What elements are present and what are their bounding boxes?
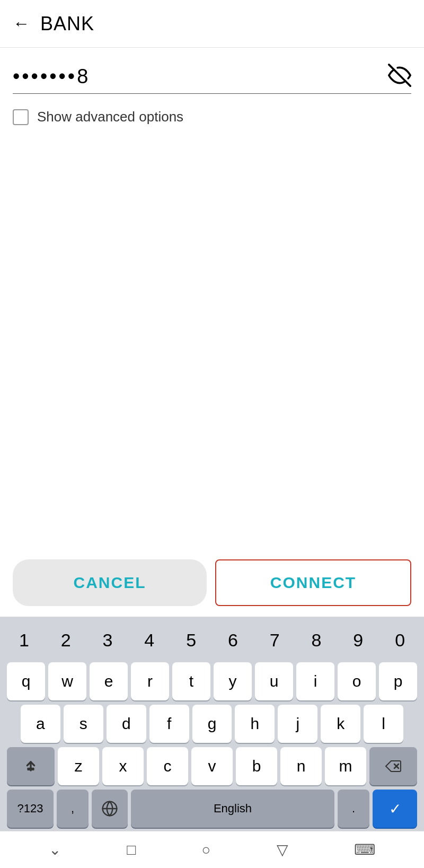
page-title: BANK [40, 13, 94, 35]
advanced-options-label: Show advanced options [37, 109, 183, 125]
key-z[interactable]: z [58, 747, 99, 785]
key-0[interactable]: 0 [379, 622, 421, 658]
key-b[interactable]: b [236, 747, 277, 785]
nav-keyboard-icon[interactable]: ⌨ [354, 841, 375, 858]
key-l[interactable]: l [364, 705, 403, 743]
key-a[interactable]: a [21, 705, 60, 743]
key-1[interactable]: 1 [3, 622, 45, 658]
key-h[interactable]: h [235, 705, 275, 743]
comma-key[interactable]: , [57, 790, 89, 828]
nav-home-icon[interactable]: □ [127, 841, 136, 858]
key-5[interactable]: 5 [170, 622, 212, 658]
key-2[interactable]: 2 [45, 622, 87, 658]
key-y[interactable]: y [214, 662, 252, 700]
key-n[interactable]: n [280, 747, 322, 785]
key-e[interactable]: e [90, 662, 128, 700]
key-s[interactable]: s [64, 705, 103, 743]
password-field[interactable]: •••••••8 [13, 64, 411, 94]
key-9[interactable]: 9 [337, 622, 379, 658]
key-4[interactable]: 4 [128, 622, 170, 658]
nav-bar: ⌄ □ ○ ▽ ⌨ [0, 831, 424, 868]
key-u[interactable]: u [255, 662, 293, 700]
key-6[interactable]: 6 [212, 622, 254, 658]
nav-menu-icon[interactable]: ▽ [277, 841, 288, 858]
num-switch-key[interactable]: ?123 [7, 790, 54, 828]
key-3[interactable]: 3 [87, 622, 129, 658]
key-t[interactable]: t [172, 662, 210, 700]
key-c[interactable]: c [147, 747, 188, 785]
key-8[interactable]: 8 [296, 622, 338, 658]
key-j[interactable]: j [278, 705, 317, 743]
nav-recents-icon[interactable]: ○ [201, 841, 210, 858]
key-v[interactable]: v [191, 747, 233, 785]
backspace-key[interactable] [369, 747, 417, 785]
key-7[interactable]: 7 [254, 622, 296, 658]
key-k[interactable]: k [321, 705, 360, 743]
back-button[interactable]: ← [13, 14, 30, 33]
keyboard-row-qwerty: q w e r t y u i o p [3, 662, 421, 700]
password-value: •••••••8 [13, 65, 388, 88]
keyboard-row-zxcv: z x c v b n m [3, 747, 421, 785]
advanced-options-row[interactable]: Show advanced options [13, 109, 411, 125]
key-m[interactable]: m [325, 747, 366, 785]
action-buttons: CANCEL CONNECT [0, 549, 424, 617]
nav-back-icon[interactable]: ⌄ [49, 841, 61, 858]
keyboard-number-row: 1 2 3 4 5 6 7 8 9 0 [3, 622, 421, 658]
enter-key[interactable]: ✓ [373, 790, 417, 828]
key-p[interactable]: p [379, 662, 417, 700]
key-w[interactable]: w [48, 662, 86, 700]
header: ← BANK [0, 0, 424, 48]
keyboard: 1 2 3 4 5 6 7 8 9 0 q w e r t y u i o p … [0, 617, 424, 831]
key-g[interactable]: g [192, 705, 232, 743]
key-o[interactable]: o [338, 662, 376, 700]
key-d[interactable]: d [107, 705, 146, 743]
toggle-visibility-button[interactable] [388, 64, 411, 89]
key-f[interactable]: f [149, 705, 189, 743]
keyboard-func-row: ?123 , English . ✓ [3, 790, 421, 828]
globe-key[interactable] [92, 790, 128, 828]
connect-button[interactable]: CONNECT [215, 559, 411, 606]
space-key[interactable]: English [131, 790, 334, 828]
advanced-options-checkbox[interactable] [13, 109, 29, 125]
key-q[interactable]: q [7, 662, 45, 700]
cancel-button[interactable]: CANCEL [13, 559, 207, 606]
key-i[interactable]: i [296, 662, 334, 700]
keyboard-row-asdf: a s d f g h j k l [3, 705, 421, 743]
content-area: •••••••8 Show advanced options [0, 48, 424, 549]
svg-rect-2 [27, 768, 34, 770]
key-r[interactable]: r [131, 662, 169, 700]
shift-key[interactable] [7, 747, 55, 785]
period-key[interactable]: . [338, 790, 369, 828]
key-x[interactable]: x [102, 747, 144, 785]
